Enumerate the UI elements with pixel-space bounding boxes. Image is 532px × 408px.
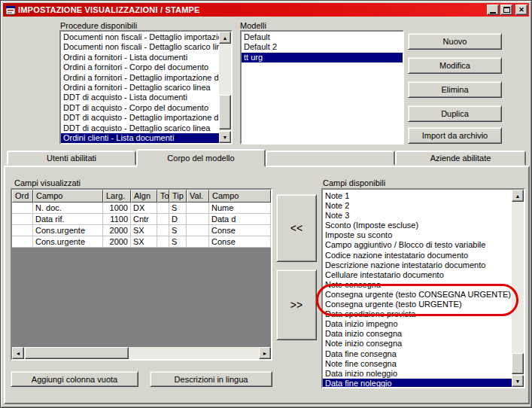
list-item[interactable]: tt urg bbox=[242, 53, 403, 62]
grid-column-header[interactable]: Larg. bbox=[103, 190, 131, 202]
scrollbar-thumb[interactable] bbox=[25, 347, 129, 359]
aggiungi-colonna-vuota-button[interactable]: Aggiungi colonna vuota bbox=[11, 371, 138, 387]
scroll-up-icon[interactable]: ▲ bbox=[512, 190, 524, 202]
grid-cell[interactable]: D bbox=[169, 214, 187, 225]
grid-cell[interactable]: S bbox=[169, 202, 187, 214]
list-item[interactable]: Ordini clienti - Lista documenti bbox=[61, 133, 219, 143]
grid-cell[interactable]: SX bbox=[131, 225, 157, 236]
grid-cell[interactable]: 1000 bbox=[103, 202, 131, 214]
grid-column-header[interactable]: Campo bbox=[209, 190, 271, 202]
grid-cell[interactable] bbox=[187, 214, 209, 225]
list-item[interactable]: Note fine consegna bbox=[323, 359, 512, 369]
list-item[interactable]: Data inizio noleggio bbox=[323, 369, 512, 379]
scroll-down-icon[interactable]: ▼ bbox=[512, 375, 524, 387]
list-item[interactable]: Codice nazione intestatario documento bbox=[323, 251, 512, 260]
grid-column-header[interactable]: Ord bbox=[12, 190, 33, 202]
list-item[interactable]: Ordini a fornitori - Dettaglio scarico l… bbox=[61, 83, 219, 93]
procedures-scrollbar[interactable]: ▲ ▼ bbox=[219, 32, 231, 143]
grid-cell[interactable] bbox=[157, 202, 169, 214]
list-item[interactable]: Imposte su sconto bbox=[323, 230, 512, 240]
scroll-up-icon[interactable]: ▲ bbox=[219, 32, 231, 44]
grid-cell[interactable]: 2000 bbox=[103, 236, 131, 248]
grid-cell[interactable]: 2000 bbox=[103, 225, 131, 236]
list-item[interactable]: Note 3 bbox=[323, 211, 512, 221]
grid-cell[interactable]: Nume bbox=[209, 202, 271, 214]
remove-fields-button[interactable]: << bbox=[276, 194, 317, 262]
grid-cell[interactable]: SX bbox=[131, 236, 157, 248]
grid-cell[interactable]: 1100 bbox=[103, 214, 131, 225]
list-item[interactable]: DDT di acquisto - Lista documenti bbox=[61, 93, 219, 102]
tab-corpo-del-modello[interactable]: Corpo del modello bbox=[136, 149, 266, 167]
grid-cell[interactable]: Conse bbox=[209, 225, 271, 236]
list-item[interactable]: Consegna urgente (testo CONSEGNA URGENTE… bbox=[323, 290, 512, 300]
list-item[interactable]: Data fine consegna bbox=[323, 349, 512, 359]
list-item[interactable]: Note inizio consegna bbox=[323, 339, 512, 349]
grid-cell[interactable] bbox=[157, 214, 169, 225]
grid-h-scrollbar[interactable]: ◄ ► bbox=[12, 347, 271, 359]
elimina-button[interactable]: Elimina bbox=[408, 81, 502, 98]
nuovo-button[interactable]: Nuovo bbox=[408, 33, 502, 50]
tab-aziende-abilitate[interactable]: Aziende abilitate bbox=[395, 151, 526, 166]
grid-cell[interactable] bbox=[12, 236, 33, 248]
list-item[interactable]: Documenti non fiscali - Dettaglio import… bbox=[61, 32, 219, 42]
list-item[interactable]: Default bbox=[242, 32, 403, 42]
import-da-archivio-button[interactable]: Import da archivio bbox=[408, 127, 502, 144]
tab-utenti-abilitati[interactable]: Utenti abilitati bbox=[7, 151, 136, 166]
grid-cell[interactable] bbox=[157, 225, 169, 236]
list-item[interactable]: DDT di acquisto - Dettaglio importazione… bbox=[61, 113, 219, 123]
title-bar[interactable]: IMPOSTAZIONE VISUALIZZAZIONI / STAMPE ✕ bbox=[3, 3, 529, 17]
grid-cell[interactable]: S bbox=[169, 225, 187, 236]
list-item[interactable]: Cellulare intestatario documento bbox=[323, 270, 512, 280]
scroll-right-icon[interactable]: ► bbox=[259, 347, 271, 359]
list-item[interactable]: DDT di acquisto - Dettaglio scarico line… bbox=[61, 123, 219, 133]
grid-cell[interactable] bbox=[12, 214, 33, 225]
grid-column-header[interactable]: To bbox=[157, 190, 169, 202]
grid-cell[interactable]: S bbox=[169, 236, 187, 248]
scrollbar-thumb[interactable] bbox=[512, 353, 524, 374]
grid-cell[interactable]: Data rif. bbox=[33, 214, 103, 225]
grid-cell[interactable]: Data d bbox=[209, 214, 271, 225]
grid-cell[interactable]: N. doc. bbox=[33, 202, 103, 214]
grid-column-header[interactable]: Tip bbox=[169, 190, 187, 202]
list-item[interactable]: Descrizione nazione intestatario documen… bbox=[323, 260, 512, 270]
close-button[interactable]: ✕ bbox=[515, 5, 527, 15]
list-item[interactable]: Ordini a fornitori - Lista documenti bbox=[61, 53, 219, 62]
modifica-button[interactable]: Modifica bbox=[408, 57, 502, 74]
list-item[interactable]: Data fine noleggio bbox=[323, 379, 512, 387]
scroll-left-icon[interactable]: ◄ bbox=[12, 347, 24, 359]
list-item[interactable]: Data spedizione prevista bbox=[323, 309, 512, 319]
minimize-button[interactable] bbox=[487, 5, 499, 15]
grid-cell[interactable] bbox=[187, 225, 209, 236]
list-item[interactable]: Note 2 bbox=[323, 201, 512, 211]
grid-cell[interactable] bbox=[187, 202, 209, 214]
grid-cell[interactable]: Conse bbox=[209, 236, 271, 248]
maximize-button[interactable] bbox=[500, 5, 512, 15]
duplica-button[interactable]: Duplica bbox=[408, 105, 502, 122]
grid-cell[interactable] bbox=[12, 202, 33, 214]
tab-blank[interactable] bbox=[266, 151, 395, 166]
list-item[interactable]: Documenti non fiscali - Dettaglio scaric… bbox=[61, 42, 219, 52]
list-item[interactable]: Note consegna bbox=[323, 280, 512, 290]
scroll-down-icon[interactable]: ▼ bbox=[219, 131, 231, 143]
grid-column-header[interactable]: Val. bbox=[187, 190, 209, 202]
grid-cell[interactable] bbox=[12, 225, 33, 236]
grid-cell[interactable]: Cons.urgente bbox=[33, 236, 103, 248]
available-fields-scrollbar[interactable]: ▲ ▼ bbox=[512, 190, 524, 387]
grid-cell[interactable] bbox=[187, 236, 209, 248]
scrollbar-thumb[interactable] bbox=[219, 95, 231, 129]
grid-cell[interactable] bbox=[157, 236, 169, 248]
grid-column-header[interactable]: Campo bbox=[33, 190, 103, 202]
list-item[interactable]: Ordini a fornitori - Corpo del documento bbox=[61, 62, 219, 72]
grid-cell[interactable]: DX bbox=[131, 202, 157, 214]
list-item[interactable]: Ordini a fornitori - Dettaglio importazi… bbox=[61, 73, 219, 83]
list-item[interactable]: Note 1 bbox=[323, 191, 512, 201]
list-item[interactable]: Campo aggiuntivo / Blocco di testo varia… bbox=[323, 240, 512, 250]
grid-cell[interactable]: Cntr bbox=[131, 214, 157, 225]
grid-column-header[interactable]: Algn bbox=[131, 190, 157, 202]
grid-cell[interactable]: Cons.urgente bbox=[33, 225, 103, 236]
list-item[interactable]: DDT di acquisto - Corpo del documento bbox=[61, 103, 219, 113]
list-item[interactable]: Data inizio consegna bbox=[323, 329, 512, 339]
list-item[interactable]: Sconto (Imposte escluse) bbox=[323, 221, 512, 230]
list-item[interactable]: Consegna urgente (testo URGENTE) bbox=[323, 300, 512, 309]
list-item[interactable]: Default 2 bbox=[242, 42, 403, 52]
